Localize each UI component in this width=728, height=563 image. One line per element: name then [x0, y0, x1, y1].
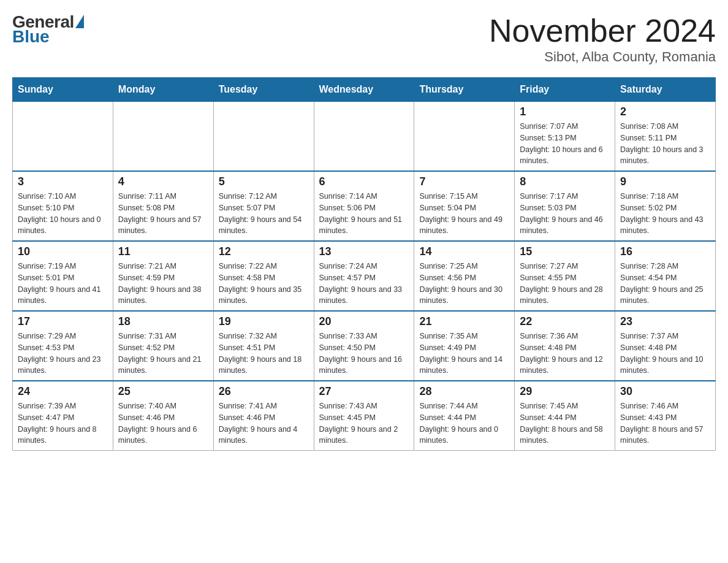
day-number: 12	[219, 245, 309, 258]
weekday-header-friday: Friday	[515, 78, 615, 102]
day-number: 19	[219, 315, 309, 328]
calendar-day-cell: 1Sunrise: 7:07 AM Sunset: 5:13 PM Daylig…	[515, 102, 615, 172]
day-number: 9	[620, 175, 710, 188]
calendar-day-cell: 5Sunrise: 7:12 AM Sunset: 5:07 PM Daylig…	[213, 171, 314, 241]
calendar-header-row: SundayMondayTuesdayWednesdayThursdayFrid…	[13, 78, 716, 102]
day-number: 10	[18, 245, 108, 258]
day-number: 18	[118, 315, 208, 328]
day-info: Sunrise: 7:44 AM Sunset: 4:44 PM Dayligh…	[419, 400, 509, 446]
calendar-day-cell: 28Sunrise: 7:44 AM Sunset: 4:44 PM Dayli…	[414, 381, 515, 451]
day-number: 4	[118, 175, 208, 188]
calendar-day-cell: 11Sunrise: 7:21 AM Sunset: 4:59 PM Dayli…	[113, 241, 213, 311]
weekday-header-wednesday: Wednesday	[314, 78, 414, 102]
day-number: 27	[319, 385, 409, 398]
calendar-day-cell	[414, 102, 515, 172]
day-number: 1	[520, 105, 610, 118]
day-number: 13	[319, 245, 409, 258]
calendar-day-cell	[213, 102, 314, 172]
day-number: 28	[419, 385, 509, 398]
day-info: Sunrise: 7:31 AM Sunset: 4:52 PM Dayligh…	[118, 331, 208, 377]
logo-triangle-icon	[75, 15, 84, 28]
calendar-day-cell: 2Sunrise: 7:08 AM Sunset: 5:11 PM Daylig…	[615, 102, 716, 172]
calendar-day-cell: 8Sunrise: 7:17 AM Sunset: 5:03 PM Daylig…	[515, 171, 615, 241]
day-info: Sunrise: 7:29 AM Sunset: 4:53 PM Dayligh…	[18, 331, 108, 377]
day-info: Sunrise: 7:24 AM Sunset: 4:57 PM Dayligh…	[319, 261, 409, 307]
day-number: 20	[319, 315, 409, 328]
day-number: 7	[419, 175, 509, 188]
day-info: Sunrise: 7:28 AM Sunset: 4:54 PM Dayligh…	[620, 261, 710, 307]
calendar-day-cell: 21Sunrise: 7:35 AM Sunset: 4:49 PM Dayli…	[414, 311, 515, 381]
day-info: Sunrise: 7:39 AM Sunset: 4:47 PM Dayligh…	[18, 400, 108, 446]
day-number: 11	[118, 245, 208, 258]
calendar-day-cell: 29Sunrise: 7:45 AM Sunset: 4:44 PM Dayli…	[515, 381, 615, 451]
day-number: 25	[118, 385, 208, 398]
calendar-day-cell: 12Sunrise: 7:22 AM Sunset: 4:58 PM Dayli…	[213, 241, 314, 311]
calendar-week-row: 17Sunrise: 7:29 AM Sunset: 4:53 PM Dayli…	[13, 311, 716, 381]
calendar-day-cell: 20Sunrise: 7:33 AM Sunset: 4:50 PM Dayli…	[314, 311, 414, 381]
calendar-day-cell: 27Sunrise: 7:43 AM Sunset: 4:45 PM Dayli…	[314, 381, 414, 451]
calendar-day-cell: 3Sunrise: 7:10 AM Sunset: 5:10 PM Daylig…	[13, 171, 113, 241]
calendar-day-cell	[13, 102, 113, 172]
day-number: 17	[18, 315, 108, 328]
calendar-day-cell: 19Sunrise: 7:32 AM Sunset: 4:51 PM Dayli…	[213, 311, 314, 381]
weekday-header-sunday: Sunday	[13, 78, 113, 102]
day-number: 6	[319, 175, 409, 188]
calendar-day-cell: 22Sunrise: 7:36 AM Sunset: 4:48 PM Dayli…	[515, 311, 615, 381]
calendar-table: SundayMondayTuesdayWednesdayThursdayFrid…	[12, 77, 716, 451]
calendar-day-cell: 18Sunrise: 7:31 AM Sunset: 4:52 PM Dayli…	[113, 311, 213, 381]
day-info: Sunrise: 7:08 AM Sunset: 5:11 PM Dayligh…	[620, 121, 710, 167]
day-number: 30	[620, 385, 710, 398]
day-info: Sunrise: 7:32 AM Sunset: 4:51 PM Dayligh…	[219, 331, 309, 377]
day-info: Sunrise: 7:19 AM Sunset: 5:01 PM Dayligh…	[18, 261, 108, 307]
calendar-week-row: 10Sunrise: 7:19 AM Sunset: 5:01 PM Dayli…	[13, 241, 716, 311]
day-info: Sunrise: 7:37 AM Sunset: 4:48 PM Dayligh…	[620, 331, 710, 377]
day-number: 15	[520, 245, 610, 258]
day-number: 29	[520, 385, 610, 398]
day-number: 8	[520, 175, 610, 188]
calendar-day-cell: 6Sunrise: 7:14 AM Sunset: 5:06 PM Daylig…	[314, 171, 414, 241]
location-text: Sibot, Alba County, Romania	[489, 49, 716, 65]
day-info: Sunrise: 7:12 AM Sunset: 5:07 PM Dayligh…	[219, 191, 309, 237]
calendar-day-cell: 23Sunrise: 7:37 AM Sunset: 4:48 PM Dayli…	[615, 311, 716, 381]
day-info: Sunrise: 7:14 AM Sunset: 5:06 PM Dayligh…	[319, 191, 409, 237]
day-number: 2	[620, 105, 710, 118]
day-info: Sunrise: 7:45 AM Sunset: 4:44 PM Dayligh…	[520, 400, 610, 446]
day-info: Sunrise: 7:10 AM Sunset: 5:10 PM Dayligh…	[18, 191, 108, 237]
day-info: Sunrise: 7:07 AM Sunset: 5:13 PM Dayligh…	[520, 121, 610, 167]
month-title: November 2024	[489, 12, 716, 49]
page-header: General Blue November 2024 Sibot, Alba C…	[12, 12, 716, 65]
day-number: 16	[620, 245, 710, 258]
title-section: November 2024 Sibot, Alba County, Romani…	[489, 12, 716, 65]
calendar-day-cell: 17Sunrise: 7:29 AM Sunset: 4:53 PM Dayli…	[13, 311, 113, 381]
day-number: 14	[419, 245, 509, 258]
day-info: Sunrise: 7:35 AM Sunset: 4:49 PM Dayligh…	[419, 331, 509, 377]
day-info: Sunrise: 7:36 AM Sunset: 4:48 PM Dayligh…	[520, 331, 610, 377]
calendar-day-cell: 13Sunrise: 7:24 AM Sunset: 4:57 PM Dayli…	[314, 241, 414, 311]
day-info: Sunrise: 7:22 AM Sunset: 4:58 PM Dayligh…	[219, 261, 309, 307]
weekday-header-thursday: Thursday	[414, 78, 515, 102]
calendar-day-cell: 15Sunrise: 7:27 AM Sunset: 4:55 PM Dayli…	[515, 241, 615, 311]
calendar-day-cell: 30Sunrise: 7:46 AM Sunset: 4:43 PM Dayli…	[615, 381, 716, 451]
calendar-day-cell: 7Sunrise: 7:15 AM Sunset: 5:04 PM Daylig…	[414, 171, 515, 241]
weekday-header-saturday: Saturday	[615, 78, 716, 102]
calendar-day-cell	[113, 102, 213, 172]
day-info: Sunrise: 7:17 AM Sunset: 5:03 PM Dayligh…	[520, 191, 610, 237]
day-info: Sunrise: 7:15 AM Sunset: 5:04 PM Dayligh…	[419, 191, 509, 237]
calendar-week-row: 1Sunrise: 7:07 AM Sunset: 5:13 PM Daylig…	[13, 102, 716, 172]
day-number: 5	[219, 175, 309, 188]
calendar-day-cell: 14Sunrise: 7:25 AM Sunset: 4:56 PM Dayli…	[414, 241, 515, 311]
day-info: Sunrise: 7:27 AM Sunset: 4:55 PM Dayligh…	[520, 261, 610, 307]
logo: General Blue	[12, 12, 84, 47]
day-number: 22	[520, 315, 610, 328]
day-number: 26	[219, 385, 309, 398]
weekday-header-tuesday: Tuesday	[213, 78, 314, 102]
calendar-day-cell: 4Sunrise: 7:11 AM Sunset: 5:08 PM Daylig…	[113, 171, 213, 241]
day-info: Sunrise: 7:40 AM Sunset: 4:46 PM Dayligh…	[118, 400, 208, 446]
day-info: Sunrise: 7:11 AM Sunset: 5:08 PM Dayligh…	[118, 191, 208, 237]
weekday-header-monday: Monday	[113, 78, 213, 102]
day-info: Sunrise: 7:43 AM Sunset: 4:45 PM Dayligh…	[319, 400, 409, 446]
calendar-day-cell	[314, 102, 414, 172]
calendar-week-row: 24Sunrise: 7:39 AM Sunset: 4:47 PM Dayli…	[13, 381, 716, 451]
day-info: Sunrise: 7:46 AM Sunset: 4:43 PM Dayligh…	[620, 400, 710, 446]
day-number: 3	[18, 175, 108, 188]
